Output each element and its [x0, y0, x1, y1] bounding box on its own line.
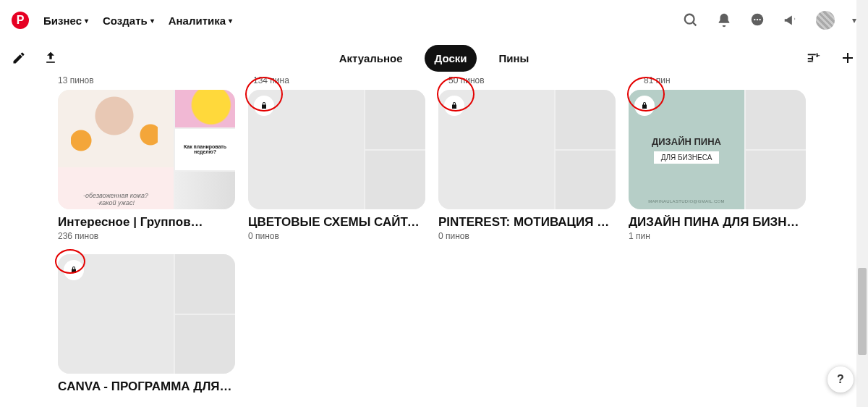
overlay-text: -обезвоженная кожа? -какой ужас!	[58, 192, 174, 206]
pinterest-logo[interactable]: P	[12, 12, 29, 29]
nav-create[interactable]: Создать ▾	[103, 14, 154, 27]
board-title: ДИЗАЙН ПИНА ДЛЯ БИЗНЕСА	[629, 215, 806, 230]
lock-icon	[634, 96, 655, 116]
prev-board-count: 50 пинов	[448, 75, 626, 85]
upload-icon[interactable]	[43, 51, 58, 65]
board-side-images	[365, 90, 425, 209]
board-side-images	[746, 90, 806, 209]
search-icon[interactable]	[683, 12, 699, 28]
board-card[interactable]: ДИЗАЙН ПИНА ДЛЯ БИЗНЕСА MARINAULASTUDIO@…	[629, 90, 806, 241]
nav-analytics-label: Аналитика	[169, 14, 226, 27]
board-card[interactable]: PINTEREST: МОТИВАЦИЯ НА… 0 пинов	[438, 90, 616, 241]
tab-pins[interactable]: Пины	[488, 45, 539, 72]
scrollbar-thumb[interactable]	[858, 268, 867, 355]
side-text: Как планировать неделю?	[175, 129, 235, 169]
board-card[interactable]: ЦВЕТОВЫЕ СХЕМЫ САЙТА 2… 0 пинов	[248, 90, 425, 241]
chat-icon[interactable]	[749, 12, 765, 28]
board-count: 236 пинов	[58, 231, 235, 241]
content-area: 13 пинов 134 пина 50 пинов 81 пин -обезв…	[0, 75, 868, 394]
megaphone-icon[interactable]	[783, 12, 799, 28]
filter-icon[interactable]	[806, 50, 822, 66]
board-cover[interactable]	[248, 90, 425, 209]
board-card[interactable]: -обезвоженная кожа? -какой ужас! Как пла…	[58, 90, 235, 241]
cover-title: ДИЗАЙН ПИНА	[652, 136, 721, 147]
help-button[interactable]: ?	[827, 366, 854, 393]
board-cover[interactable]	[438, 90, 616, 209]
nav-business[interactable]: Бизнес ▾	[43, 14, 88, 27]
board-card[interactable]: CANVA - ПРОГРАММА ДЛЯ С…	[58, 254, 235, 394]
board-cover[interactable]: ДИЗАЙН ПИНА ДЛЯ БИЗНЕСА MARINAULASTUDIO@…	[629, 90, 806, 209]
svg-point-3	[754, 19, 755, 20]
overlay-line: -какой ужас!	[58, 199, 174, 206]
svg-point-5	[759, 19, 760, 20]
svg-point-4	[757, 19, 758, 20]
board-cover[interactable]	[58, 254, 235, 374]
bell-icon[interactable]	[716, 12, 732, 28]
nav-create-label: Создать	[103, 14, 148, 27]
board-count: 0 пинов	[438, 231, 616, 241]
board-main-image: -обезвоженная кожа? -какой ужас!	[58, 90, 174, 209]
prev-board-count: 134 пина	[253, 75, 430, 85]
cover-subtitle: ДЛЯ БИЗНЕСА	[654, 151, 720, 164]
board-cover[interactable]: -обезвоженная кожа? -какой ужас! Как пла…	[58, 90, 235, 209]
profile-tabs-bar: Актуальное Доски Пины	[0, 41, 868, 75]
chevron-down-icon: ▾	[150, 17, 154, 25]
nav-business-label: Бизнес	[43, 14, 82, 27]
svg-point-0	[685, 14, 694, 24]
board-title: Интересное | Группов…	[58, 215, 235, 230]
chevron-down-icon: ▾	[229, 17, 232, 25]
top-bar: P Бизнес ▾ Создать ▾ Аналитика ▾ ▾	[0, 0, 868, 41]
lock-icon	[444, 96, 464, 116]
cover-mail: MARINAULASTUDIO@GMAIL.COM	[648, 199, 725, 204]
lock-icon	[64, 260, 84, 280]
pencil-icon[interactable]	[12, 51, 26, 65]
chevron-down-icon: ▾	[85, 17, 88, 25]
board-side-images	[175, 254, 235, 374]
prev-board-count: 81 пин	[644, 75, 821, 85]
board-count: 0 пинов	[248, 231, 425, 241]
avatar[interactable]	[816, 11, 835, 30]
prev-board-count: 13 пинов	[58, 75, 235, 85]
board-count: 1 пин	[629, 231, 806, 241]
plus-icon[interactable]	[839, 49, 856, 67]
tab-boards[interactable]: Доски	[425, 45, 477, 72]
lock-icon	[254, 96, 274, 116]
tab-featured[interactable]: Актуальное	[329, 45, 413, 72]
overlay-line: -обезвоженная кожа?	[58, 192, 174, 199]
nav-analytics[interactable]: Аналитика ▾	[169, 14, 232, 27]
board-side-images	[556, 90, 616, 209]
board-title: CANVA - ПРОГРАММА ДЛЯ С…	[58, 379, 235, 394]
board-side-images: Как планировать неделю?	[175, 90, 235, 209]
svg-line-1	[693, 22, 697, 26]
board-title: ЦВЕТОВЫЕ СХЕМЫ САЙТА 2…	[248, 215, 425, 230]
board-title: PINTEREST: МОТИВАЦИЯ НА…	[438, 215, 616, 230]
